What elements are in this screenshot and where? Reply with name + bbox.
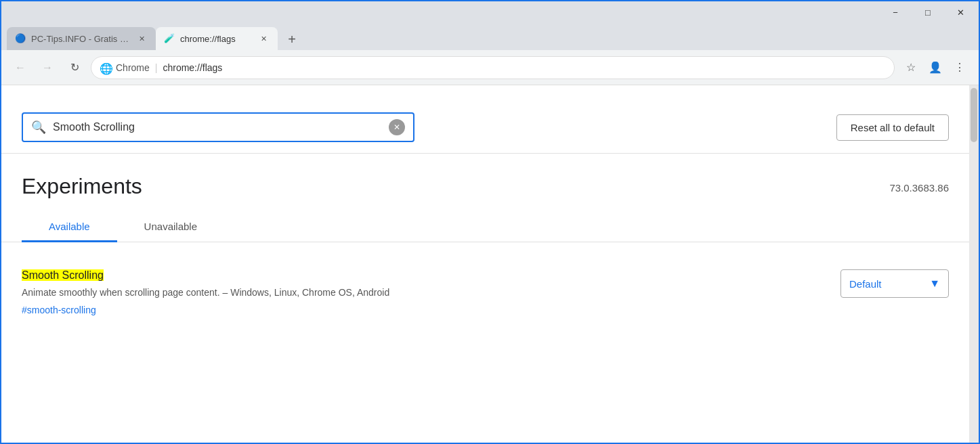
- tab-active[interactable]: 🧪 chrome://flags ✕: [156, 27, 278, 50]
- main-area: 🔍 ✕ Reset all to default Experiments 73.…: [1, 85, 979, 444]
- search-input[interactable]: [53, 121, 382, 133]
- minimize-button[interactable]: −: [880, 2, 911, 22]
- flag-dropdown[interactable]: Default ▼: [840, 269, 949, 298]
- scrollbar[interactable]: [969, 85, 979, 444]
- scrollbar-thumb[interactable]: [971, 88, 977, 142]
- reload-button[interactable]: ↻: [64, 57, 85, 79]
- maximize-button[interactable]: □: [912, 2, 943, 22]
- address-separator: |: [155, 62, 158, 73]
- address-bar-actions: ☆ 👤 ⋮: [900, 57, 971, 79]
- flag-description: Animate smoothly when scrolling page con…: [22, 286, 827, 300]
- search-area: 🔍 ✕ Reset all to default: [1, 99, 969, 154]
- address-favicon: 🌐: [100, 62, 110, 73]
- address-bar[interactable]: 🌐 Chrome | chrome://flags: [91, 56, 895, 79]
- search-clear-icon[interactable]: ✕: [389, 119, 405, 135]
- back-button[interactable]: ←: [9, 57, 31, 79]
- menu-button[interactable]: ⋮: [949, 57, 971, 79]
- experiments-header: Experiments 73.0.3683.86: [1, 154, 969, 206]
- flag-link[interactable]: #smooth-scrolling: [22, 305, 96, 315]
- tab-close-active[interactable]: ✕: [257, 32, 270, 45]
- tab-close-inactive[interactable]: ✕: [135, 32, 148, 45]
- version-text: 73.0.3683.86: [889, 174, 949, 194]
- new-tab-button[interactable]: +: [280, 30, 303, 49]
- dropdown-value: Default: [849, 278, 882, 290]
- profile-button[interactable]: 👤: [924, 57, 946, 79]
- flag-name: Smooth Scrolling: [22, 269, 827, 282]
- flag-name-highlight: Smooth Scrolling: [22, 269, 104, 281]
- tab-unavailable[interactable]: Unavailable: [117, 213, 224, 242]
- search-box[interactable]: 🔍 ✕: [22, 112, 414, 142]
- close-button[interactable]: ✕: [945, 2, 976, 22]
- tabs-row: Available Unavailable: [1, 213, 969, 242]
- bookmark-button[interactable]: ☆: [900, 57, 922, 79]
- title-bar-buttons: − □ ✕: [880, 2, 976, 22]
- experiments-title: Experiments: [22, 174, 142, 199]
- tab-title-active: chrome://flags: [180, 34, 252, 44]
- reset-all-button[interactable]: Reset all to default: [836, 114, 949, 141]
- forward-button[interactable]: →: [37, 57, 58, 79]
- search-icon: 🔍: [31, 120, 46, 135]
- flags-list: Smooth Scrolling Animate smoothly when s…: [1, 242, 969, 343]
- dropdown-arrow-icon: ▼: [929, 278, 940, 290]
- tab-inactive[interactable]: 🔵 PC-Tips.INFO - Gratis computer t ✕: [7, 27, 156, 50]
- address-bar-area: ← → ↻ 🌐 Chrome | chrome://flags ☆ 👤 ⋮: [1, 50, 979, 85]
- address-brand: Chrome: [116, 62, 150, 73]
- flag-info: Smooth Scrolling Animate smoothly when s…: [22, 269, 827, 316]
- tab-available[interactable]: Available: [22, 213, 117, 242]
- tab-bar: 🔵 PC-Tips.INFO - Gratis computer t ✕ 🧪 c…: [1, 23, 979, 50]
- tab-favicon-active: 🧪: [164, 33, 175, 44]
- title-bar: − □ ✕: [1, 1, 979, 23]
- tab-title-inactive: PC-Tips.INFO - Gratis computer t: [31, 34, 130, 44]
- tab-favicon-inactive: 🔵: [15, 33, 26, 44]
- address-url: chrome://flags: [163, 62, 886, 73]
- flag-item: Smooth Scrolling Animate smoothly when s…: [22, 263, 949, 323]
- page-content: 🔍 ✕ Reset all to default Experiments 73.…: [1, 85, 969, 444]
